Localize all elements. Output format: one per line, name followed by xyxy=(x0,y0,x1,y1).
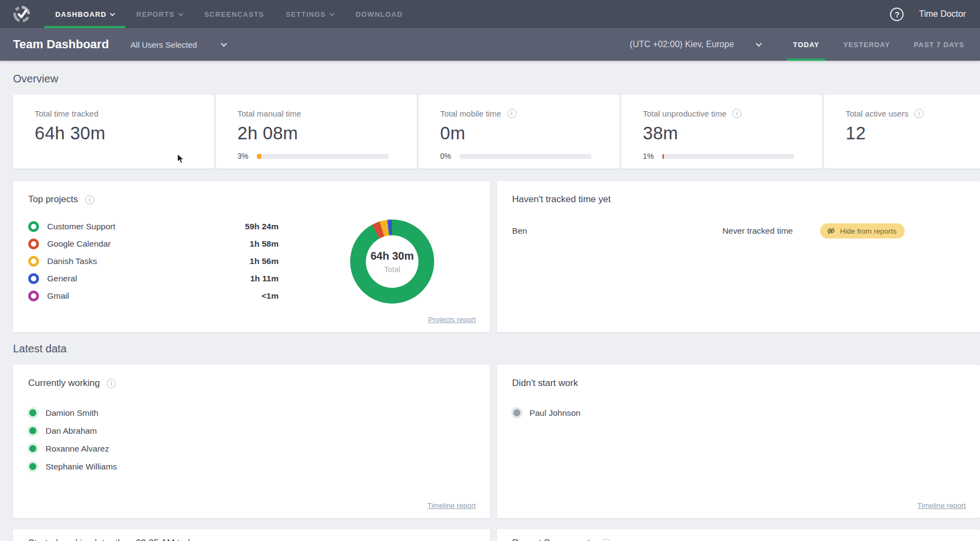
project-name: Google Calendar xyxy=(47,239,242,249)
panels-row-3: Started working later than 09:05 AM toda… xyxy=(13,529,980,541)
stat-value: 38m xyxy=(643,123,822,144)
project-color-ring-icon xyxy=(28,239,39,249)
stat-label: Total time tracked xyxy=(35,109,99,118)
working-status-dot xyxy=(29,463,36,470)
recent-screencasts-panel: Recent Screencasts xyxy=(497,529,980,541)
stat-percent: 3% xyxy=(237,152,248,160)
page-title: Team Dashboard xyxy=(13,37,109,51)
project-row[interactable]: General 1h 11m xyxy=(28,270,279,287)
project-time: 1h 56m xyxy=(250,256,279,266)
info-icon[interactable] xyxy=(107,379,116,388)
stat-card-mobile-time: Total mobile time 0m 0% xyxy=(418,95,620,169)
timeline-report-link[interactable]: Timeline report xyxy=(917,501,966,510)
user-filter-dropdown[interactable]: All Users Selected xyxy=(131,40,227,49)
stat-progress-bar xyxy=(257,154,389,159)
started-later-panel: Started working later than 09:05 AM toda… xyxy=(13,529,490,541)
project-color-ring-icon xyxy=(28,256,39,267)
user-name: Roxanne Alvarez xyxy=(46,444,109,454)
tab-past-7-days[interactable]: PAST 7 DAYS xyxy=(908,28,970,61)
chevron-down-icon xyxy=(221,41,227,47)
top-projects-panel: Top projects Customer Support 59h 24m Go… xyxy=(13,181,490,332)
donut-total-label: Total xyxy=(384,265,401,274)
stat-card-time-tracked: Total time tracked 64h 30m xyxy=(13,95,214,169)
nav-screencasts[interactable]: SCREENCASTS xyxy=(194,0,275,28)
latest-data-heading: Latest data xyxy=(13,343,980,355)
project-row[interactable]: Danish Tasks 1h 56m xyxy=(28,253,279,270)
user-name: Ben xyxy=(512,226,723,236)
stat-card-manual-time: Total manual time 2h 08m 3% xyxy=(216,95,417,169)
stat-percent: 0% xyxy=(440,152,451,160)
not-tracked-title: Haven't tracked time yet xyxy=(512,194,611,205)
main-nav: DASHBOARD REPORTS SCREENCASTS SETTINGS D… xyxy=(44,0,414,28)
user-name: Stephanie Williams xyxy=(46,462,117,472)
chevron-down-icon xyxy=(110,11,115,16)
info-icon[interactable] xyxy=(507,109,517,118)
projects-donut-chart: 64h 30m Total xyxy=(350,220,434,304)
tab-today[interactable]: TODAY xyxy=(787,28,826,61)
top-projects-title: Top projects xyxy=(28,194,78,205)
didnt-start-title: Didn't start work xyxy=(512,378,578,389)
top-projects-list: Customer Support 59h 24m Google Calendar… xyxy=(13,218,279,305)
project-color-ring-icon xyxy=(28,291,39,301)
stat-value: 12 xyxy=(846,123,980,144)
info-icon[interactable] xyxy=(85,195,94,204)
timeline-report-link[interactable]: Timeline report xyxy=(427,501,476,510)
nav-dashboard[interactable]: DASHBOARD xyxy=(44,0,125,28)
project-color-ring-icon xyxy=(28,273,39,284)
tab-yesterday[interactable]: YESTERDAY xyxy=(837,28,896,61)
working-status-dot xyxy=(29,409,36,416)
stat-label: Total mobile time xyxy=(440,109,501,118)
info-icon[interactable] xyxy=(914,109,924,118)
overview-heading: Overview xyxy=(13,73,980,85)
not-tracked-row: Ben Never tracked time Hide from reports xyxy=(497,223,980,239)
chevron-down-icon xyxy=(756,41,762,47)
account-name[interactable]: Time Doctor xyxy=(919,9,966,19)
projects-report-link[interactable]: Projects report xyxy=(428,315,476,324)
stat-value: 0m xyxy=(440,123,620,144)
project-time: 1h 11m xyxy=(250,274,279,284)
didnt-start-work-panel: Didn't start work Paul Johnson Timeline … xyxy=(497,365,980,518)
help-question-icon[interactable] xyxy=(890,8,904,21)
project-name: Customer Support xyxy=(47,222,237,231)
stat-label: Total active users xyxy=(846,109,908,118)
nav-reports[interactable]: REPORTS xyxy=(125,0,194,28)
navbar-right: Time Doctor xyxy=(890,8,966,21)
project-row[interactable]: Customer Support 59h 24m xyxy=(28,218,279,235)
user-row[interactable]: Paul Johnson xyxy=(513,404,980,422)
user-row[interactable]: Stephanie Williams xyxy=(29,458,490,475)
project-time: 1h 58m xyxy=(250,239,279,249)
date-range-tabs: TODAY YESTERDAY PAST 7 DAYS xyxy=(787,28,970,61)
user-row[interactable]: Dan Abraham xyxy=(29,422,490,440)
stat-progress-bar xyxy=(460,154,591,159)
nav-download[interactable]: DOWNLOAD xyxy=(345,0,414,28)
project-time: <1m xyxy=(262,291,279,301)
currently-working-title: Currently working xyxy=(28,378,100,389)
chevron-down-icon xyxy=(178,11,184,16)
user-row[interactable]: Roxanne Alvarez xyxy=(29,440,490,458)
stat-percent: 1% xyxy=(643,152,654,160)
nav-screencasts-label: SCREENCASTS xyxy=(204,10,264,18)
info-icon[interactable] xyxy=(602,539,611,541)
nav-reports-label: REPORTS xyxy=(136,10,175,18)
info-icon[interactable] xyxy=(732,109,742,118)
stat-label: Total manual time xyxy=(237,109,301,118)
currently-working-list: Damion Smith Dan Abraham Roxanne Alvarez… xyxy=(13,404,490,475)
hide-from-reports-button[interactable]: Hide from reports xyxy=(820,223,905,239)
subheader-bar: Team Dashboard All Users Selected (UTC +… xyxy=(0,28,980,61)
panels-row-1: Top projects Customer Support 59h 24m Go… xyxy=(13,181,980,332)
idle-status-dot xyxy=(513,409,520,416)
nav-settings-label: SETTINGS xyxy=(286,10,326,18)
eye-off-icon xyxy=(827,227,835,235)
nav-settings[interactable]: SETTINGS xyxy=(275,0,345,28)
started-later-title: Started working later than 09:05 AM toda… xyxy=(28,538,200,541)
project-row[interactable]: Google Calendar 1h 58m xyxy=(28,235,279,253)
stat-card-active-users: Total active users 12 xyxy=(824,95,980,169)
stat-value: 2h 08m xyxy=(237,123,417,144)
nav-download-label: DOWNLOAD xyxy=(356,10,403,18)
currently-working-panel: Currently working Damion Smith Dan Abrah… xyxy=(13,365,490,518)
user-row[interactable]: Damion Smith xyxy=(29,404,490,422)
project-row[interactable]: Gmail <1m xyxy=(28,287,279,305)
timezone-dropdown[interactable]: (UTC +02:00) Kiev, Europe xyxy=(630,40,761,49)
time-doctor-logo-icon[interactable] xyxy=(13,5,30,23)
overview-cards-row: Total time tracked 64h 30m Total manual … xyxy=(13,95,980,169)
